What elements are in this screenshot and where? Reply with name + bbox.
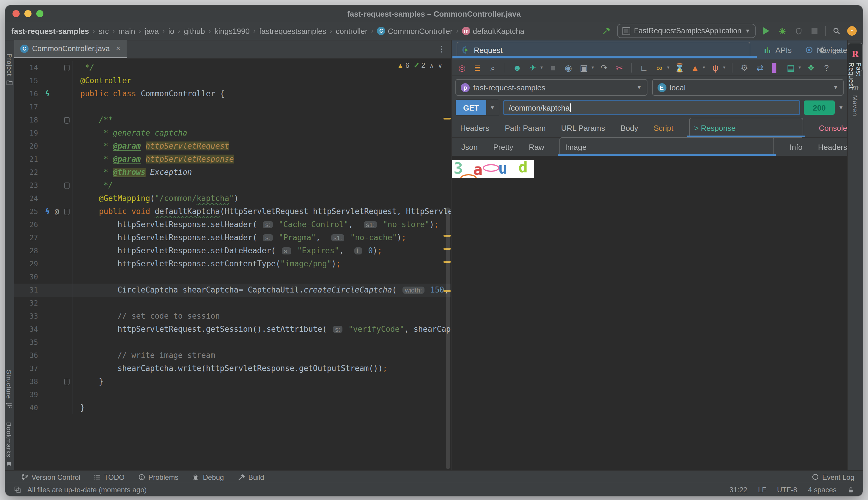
redo-icon[interactable]: ↷ (599, 63, 609, 72)
docs-icon[interactable]: ▤ (785, 63, 796, 72)
gutter[interactable] (43, 231, 73, 245)
tab-headers[interactable]: Headers (460, 118, 489, 137)
project-select[interactable]: p fast-request-samples ▼ (455, 79, 647, 96)
code-line[interactable]: 18 /** (14, 114, 450, 127)
code-line[interactable]: 31 CircleCaptcha shearCaptcha= CaptchaUt… (14, 284, 450, 297)
breadcrumb-item-main[interactable]: main (118, 26, 135, 35)
line-number[interactable]: 24 (14, 192, 43, 205)
file-encoding[interactable]: UTF-8 (777, 486, 797, 494)
line-number[interactable]: 26 (14, 218, 43, 231)
close-button[interactable] (12, 10, 20, 17)
gutter[interactable] (43, 349, 73, 362)
search-icon[interactable]: ⌕ (488, 63, 498, 72)
gutter[interactable] (43, 388, 73, 401)
line-number[interactable]: 21 (14, 153, 43, 166)
prev-issue-icon[interactable]: ∧ (430, 62, 434, 69)
tab-script[interactable]: Script (654, 118, 673, 137)
gutter[interactable]: ϟ (43, 87, 73, 101)
code-line[interactable]: 35 (14, 336, 450, 349)
tool-window-button-version-control[interactable]: Version Control (21, 473, 80, 481)
line-number[interactable]: 19 (14, 127, 43, 140)
response-tab-pretty[interactable]: Pretty (493, 138, 513, 156)
line-number[interactable]: 23 (14, 179, 43, 192)
gutter[interactable] (43, 245, 73, 258)
wrench-icon[interactable]: ⚙ (739, 63, 750, 72)
stack-icon[interactable] (14, 486, 21, 493)
line-number[interactable]: 37 (14, 362, 43, 375)
minimize-button[interactable] (24, 10, 32, 17)
breadcrumb-item-fast-request-samples[interactable]: fast-request-samples (11, 26, 89, 35)
help-icon[interactable]: ? (821, 63, 832, 72)
run-button[interactable] (761, 25, 772, 36)
code-editor[interactable]: 14 */15@Controller16ϟpublic class Common… (14, 59, 450, 471)
update-notification-icon[interactable]: ↑ (847, 26, 857, 36)
chart-icon[interactable]: ∟ (639, 63, 649, 72)
tool-window-button-problems[interactable]: Problems (138, 473, 178, 481)
link-icon[interactable]: ∞ (654, 63, 665, 72)
gutter[interactable] (43, 336, 73, 349)
sidebar-item-project[interactable]: Project (5, 50, 14, 90)
gutter[interactable] (43, 375, 73, 388)
code-line[interactable]: 27 httpServletResponse.setHeader( s: "Pr… (14, 231, 450, 245)
gutter[interactable] (43, 140, 73, 153)
gutter[interactable] (43, 192, 73, 205)
sidebar-item-bookmarks[interactable]: Bookmarks (5, 419, 12, 471)
send-icon[interactable]: ✈ (527, 63, 538, 72)
line-number[interactable]: 17 (14, 101, 43, 114)
code-line[interactable]: 14 */ (14, 61, 450, 74)
response-tab-image[interactable]: Image (560, 137, 774, 156)
send-button[interactable]: 200 (804, 101, 835, 115)
sidebar-item-fast-request[interactable]: R Fast Request (848, 43, 863, 71)
code-line[interactable]: 16ϟpublic class CommonController { (14, 87, 450, 101)
fast-request-gutter-icon[interactable]: ϟ (45, 205, 50, 218)
tab-apis[interactable]: APIs (763, 41, 792, 59)
caret-position[interactable]: 31:22 (730, 486, 747, 494)
sliders-icon[interactable]: ≣ (472, 63, 483, 72)
response-tab-headers[interactable]: Headers (818, 138, 847, 156)
robot-icon[interactable]: ☻ (512, 63, 523, 72)
gutter[interactable] (43, 61, 73, 74)
breadcrumb-item-src[interactable]: src (99, 26, 109, 35)
line-number[interactable]: 30 (14, 271, 43, 284)
line-number[interactable]: 18 (14, 114, 43, 127)
code-line[interactable]: 26 httpServletResponse.setHeader( s: "Ca… (14, 218, 450, 231)
coverage-button[interactable] (793, 25, 804, 36)
gutter[interactable] (43, 258, 73, 271)
code-line[interactable]: 29 httpServletResponse.setContentType("i… (14, 258, 450, 271)
gutter[interactable] (43, 179, 73, 192)
line-number[interactable]: 31 (14, 284, 43, 297)
record-icon[interactable]: ◉ (563, 63, 574, 72)
fold-marker-icon[interactable] (64, 209, 70, 215)
gutter[interactable] (43, 362, 73, 375)
tool-window-button-debug[interactable]: Debug (192, 473, 224, 481)
url-input[interactable]: /common/kaptcha (503, 100, 800, 115)
line-number[interactable]: 25 (14, 205, 43, 218)
code-line[interactable]: 36 // write image stream (14, 349, 450, 362)
gutter[interactable] (43, 401, 73, 414)
breadcrumb-item-defaultkaptcha[interactable]: mdefaultKaptcha (462, 26, 524, 35)
tab-console[interactable]: Console (819, 118, 847, 137)
search-everywhere-icon[interactable] (831, 25, 842, 36)
tab-request[interactable]: Request (457, 42, 750, 58)
chevron-down-icon[interactable]: ▾ (798, 65, 801, 70)
gutter[interactable] (43, 271, 73, 284)
line-number[interactable]: 40 (14, 401, 43, 414)
breadcrumb-item-java[interactable]: java (145, 26, 159, 35)
code-line[interactable]: 15@Controller (14, 74, 450, 87)
gutter[interactable] (43, 114, 73, 127)
expand-icon[interactable]: ⇄ (754, 63, 765, 72)
chevron-down-icon[interactable]: ▾ (592, 65, 594, 70)
line-number[interactable]: 34 (14, 323, 43, 336)
hourglass-icon[interactable]: ⌛ (674, 63, 685, 72)
gutter[interactable] (43, 127, 73, 140)
code-line[interactable]: 20 * @param httpServletRequest (14, 140, 450, 153)
clean-icon[interactable]: ✂ (614, 63, 625, 72)
fold-marker-icon[interactable] (64, 117, 70, 124)
chevron-down-icon[interactable]: ▾ (703, 65, 705, 70)
code-line[interactable]: 17 (14, 101, 450, 114)
breadcrumb-item-controller[interactable]: controller (335, 26, 367, 35)
tab-body[interactable]: Body (620, 118, 638, 137)
line-number[interactable]: 15 (14, 74, 43, 87)
line-number[interactable]: 29 (14, 258, 43, 271)
editor-scrollbar[interactable] (446, 207, 450, 469)
